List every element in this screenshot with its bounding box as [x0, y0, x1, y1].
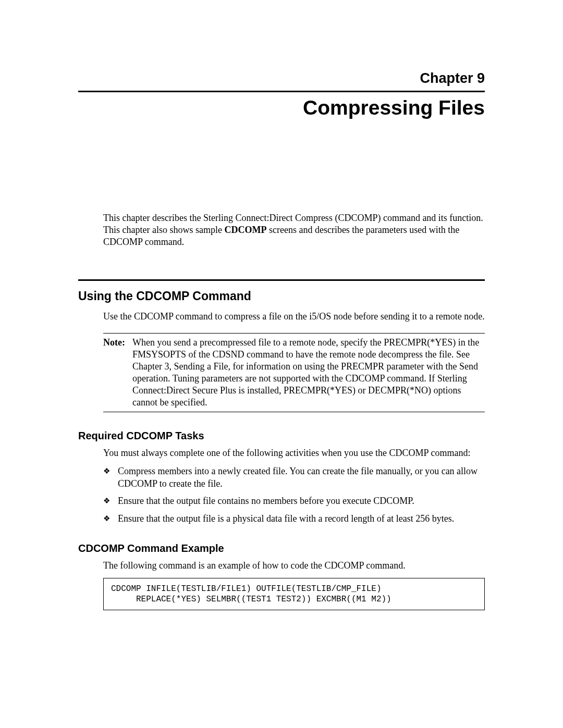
list-item: Ensure that the output file contains no …	[103, 495, 485, 507]
intro-text-bold: CDCOMP	[224, 225, 266, 235]
spacer	[78, 119, 485, 212]
section-block: Using the CDCOMP Command Use the CDCOMP …	[78, 279, 485, 610]
chapter-rule	[78, 91, 485, 92]
list-item: Compress members into a newly created fi…	[103, 465, 485, 490]
intro-paragraph: This chapter describes the Sterling Conn…	[103, 212, 485, 248]
required-paragraph: You must always complete one of the foll…	[103, 447, 485, 459]
note-row: Note: When you send a precompressed file…	[103, 337, 485, 409]
section-paragraph: Use the CDCOMP command to compress a fil…	[103, 311, 485, 323]
note-label: Note:	[103, 337, 125, 409]
note-body: When you send a precompressed file to a …	[132, 337, 485, 409]
subheading-example: CDCOMP Command Example	[78, 542, 485, 554]
section-rule	[78, 279, 485, 281]
subheading-required: Required CDCOMP Tasks	[78, 430, 485, 442]
list-item: Ensure that the output file is a physica…	[103, 513, 485, 525]
example-paragraph: The following command is an example of h…	[103, 560, 485, 572]
document-page: Chapter 9 Compressing Files This chapter…	[0, 0, 563, 728]
chapter-number: Chapter 9	[78, 70, 485, 87]
section-heading: Using the CDCOMP Command	[78, 289, 485, 303]
required-list: Compress members into a newly created fi…	[103, 465, 485, 525]
code-block: CDCOMP INFILE(TESTLIB/FILE1) OUTFILE(TES…	[103, 578, 485, 610]
chapter-title: Compressing Files	[78, 96, 485, 119]
note-box: Note: When you send a precompressed file…	[103, 333, 485, 412]
